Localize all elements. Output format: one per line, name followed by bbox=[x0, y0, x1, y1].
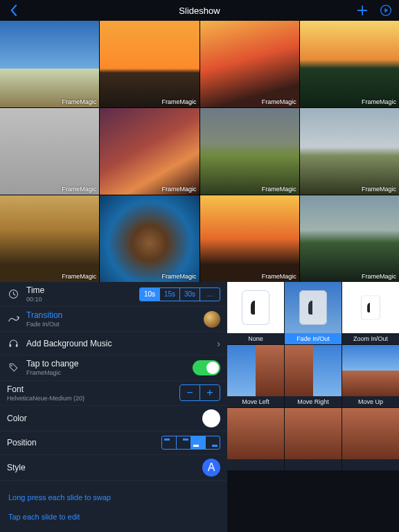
transition-more-2[interactable] bbox=[285, 408, 342, 470]
slide-thumb[interactable]: FrameMagic bbox=[100, 108, 199, 195]
tag-icon bbox=[7, 362, 19, 373]
position-segmented[interactable] bbox=[162, 436, 220, 450]
position-bottom-left[interactable] bbox=[190, 436, 206, 450]
header: Slideshow bbox=[0, 0, 399, 21]
position-bottom-right[interactable] bbox=[205, 436, 220, 450]
settings-panel: Time 00:10 10s 15s 30s ... Transition Fa… bbox=[0, 282, 227, 532]
transition-row[interactable]: Transition Fade In/Out bbox=[0, 306, 227, 331]
slide-thumb[interactable]: FrameMagic bbox=[0, 195, 99, 282]
time-opt-15s[interactable]: 15s bbox=[159, 287, 180, 301]
slide-thumb[interactable]: FrameMagic bbox=[200, 108, 299, 195]
position-label: Position bbox=[7, 438, 155, 447]
font-increase-button[interactable]: + bbox=[200, 384, 220, 401]
color-row[interactable]: Color bbox=[0, 405, 227, 431]
slide-thumb[interactable]: FrameMagic bbox=[100, 21, 199, 107]
svg-rect-3 bbox=[15, 344, 17, 347]
play-button[interactable] bbox=[380, 4, 392, 17]
time-label: Time bbox=[26, 285, 133, 295]
transition-preview-icon bbox=[204, 311, 220, 328]
transition-fade[interactable]: Fade In/Out bbox=[285, 282, 342, 344]
back-button[interactable] bbox=[7, 4, 19, 17]
time-opt-10s[interactable]: 10s bbox=[139, 287, 160, 301]
time-value: 00:10 bbox=[26, 296, 133, 303]
transition-move-right[interactable]: Move Right bbox=[285, 345, 342, 407]
transition-label: Transition bbox=[26, 310, 197, 320]
watermark-value: FrameMagic bbox=[26, 369, 186, 376]
time-row[interactable]: Time 00:10 10s 15s 30s ... bbox=[0, 282, 227, 306]
color-label: Color bbox=[7, 414, 195, 423]
chevron-right-icon: › bbox=[217, 338, 220, 349]
position-top-left[interactable] bbox=[161, 436, 177, 450]
time-opt-more[interactable]: ... bbox=[200, 287, 220, 301]
watermark-label: Tap to change bbox=[26, 359, 186, 369]
position-row[interactable]: Position bbox=[0, 431, 227, 454]
tip-swap[interactable]: Long press each slide to swap bbox=[8, 488, 219, 507]
slide-thumb[interactable]: FrameMagic bbox=[300, 21, 399, 107]
transition-more-1[interactable] bbox=[227, 408, 284, 470]
svg-point-4 bbox=[10, 365, 12, 366]
svg-rect-2 bbox=[9, 344, 11, 347]
slide-thumb[interactable]: FrameMagic bbox=[100, 195, 199, 282]
tips: Long press each slide to swap Tap each s… bbox=[0, 480, 227, 532]
slide-thumb[interactable]: FrameMagic bbox=[300, 108, 399, 195]
style-label: Style bbox=[7, 463, 195, 472]
watermark-row[interactable]: Tap to change FrameMagic bbox=[0, 355, 227, 380]
transition-value: Fade In/Out bbox=[26, 321, 197, 328]
slide-thumb[interactable]: FrameMagic bbox=[200, 21, 299, 107]
tip-edit[interactable]: Tap each slide to edit bbox=[8, 507, 219, 526]
music-label: Add Background Music bbox=[26, 339, 210, 348]
add-button[interactable] bbox=[356, 4, 369, 17]
font-row[interactable]: Font HelveticaNeue-Medium (20) − + bbox=[0, 380, 227, 405]
slide-thumb[interactable]: FrameMagic bbox=[0, 21, 99, 107]
transition-move-up[interactable]: Move Up bbox=[342, 345, 399, 407]
font-size-stepper[interactable]: − + bbox=[179, 384, 220, 401]
font-label: Font bbox=[7, 384, 172, 394]
music-row[interactable]: Add Background Music › bbox=[0, 331, 227, 355]
style-row[interactable]: Style A bbox=[0, 454, 227, 480]
transition-more-3[interactable] bbox=[342, 408, 399, 470]
slide-thumb[interactable]: FrameMagic bbox=[0, 108, 99, 195]
transition-move-left[interactable]: Move Left bbox=[227, 345, 284, 407]
time-opt-30s[interactable]: 30s bbox=[179, 287, 200, 301]
transition-zoom[interactable]: Zoom In/Out bbox=[342, 282, 399, 344]
transition-none[interactable]: None bbox=[227, 282, 284, 344]
watermark-toggle[interactable] bbox=[193, 360, 220, 375]
clock-icon bbox=[7, 289, 19, 299]
slide-thumb[interactable]: FrameMagic bbox=[300, 195, 399, 282]
position-top-right[interactable] bbox=[176, 436, 191, 450]
transition-icon bbox=[7, 315, 19, 323]
transition-grid: None Fade In/Out Zoom In/Out Move Left M… bbox=[227, 282, 399, 532]
style-swatch[interactable]: A bbox=[202, 459, 220, 477]
font-value: HelveticaNeue-Medium (20) bbox=[7, 395, 172, 402]
time-segmented[interactable]: 10s 15s 30s ... bbox=[140, 287, 220, 301]
headphones-icon bbox=[7, 338, 19, 348]
color-swatch[interactable] bbox=[202, 409, 220, 427]
font-decrease-button[interactable]: − bbox=[179, 384, 200, 401]
page-title: Slideshow bbox=[0, 6, 399, 16]
slide-thumb[interactable]: FrameMagic bbox=[200, 195, 299, 282]
slides-grid: FrameMagic FrameMagic FrameMagic FrameMa… bbox=[0, 21, 399, 282]
